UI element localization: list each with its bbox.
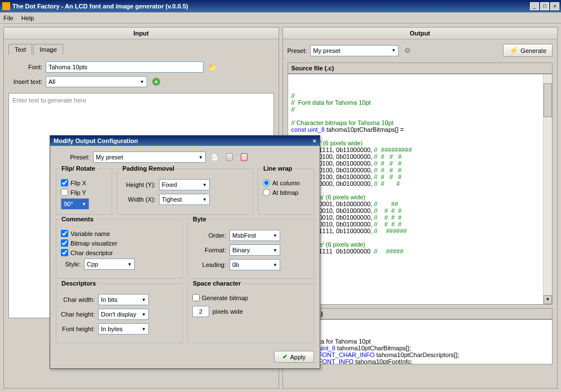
header-file-header: der file (.h) <box>288 308 553 319</box>
preset-select[interactable]: My preset▼ <box>310 45 399 56</box>
comment-style-select[interactable]: Cpp▼ <box>84 259 135 270</box>
flip-y-checkbox[interactable] <box>61 189 68 196</box>
input-header: Input <box>4 28 279 39</box>
scrollbar[interactable]: ▲ ▼ <box>543 74 552 304</box>
modify-output-dialog: Modify Output Configuration × Preset: My… <box>50 135 320 369</box>
char-height-select[interactable]: Don't display▼ <box>98 309 149 320</box>
flip-rotate-legend: Flip/ Rotate <box>60 165 97 172</box>
preset-save-icon[interactable] <box>224 152 235 163</box>
source-file-header: Source file (.c) <box>288 63 553 74</box>
pixels-wide-input[interactable] <box>192 306 209 317</box>
rotate-angle-select[interactable]: 90°▼ <box>61 198 89 210</box>
preset-delete-icon[interactable] <box>238 152 250 163</box>
flip-x-checkbox[interactable] <box>61 179 68 186</box>
linewrap-legend: Line wrap <box>262 165 294 172</box>
byte-format-select[interactable]: Binary▼ <box>229 244 280 256</box>
minimize-button[interactable]: _ <box>530 2 539 10</box>
app-icon <box>2 2 10 10</box>
generate-bitmap-checkbox[interactable] <box>192 294 200 301</box>
byte-legend: Byte <box>191 216 208 222</box>
descriptors-legend: Descriptors <box>60 280 98 287</box>
byte-leading-select[interactable]: 0b▼ <box>229 259 280 270</box>
at-bitmap-radio[interactable] <box>263 189 270 196</box>
menu-bar: File Help <box>0 12 561 24</box>
maximize-button[interactable]: □ <box>540 2 549 10</box>
dialog-preset-label: Preset: <box>56 154 90 161</box>
add-icon[interactable]: + <box>151 76 162 87</box>
variable-name-checkbox[interactable] <box>61 230 68 237</box>
output-header: Output <box>283 28 558 39</box>
source-code-box[interactable]: // // Font data for Tahoma 10pt // // Ch… <box>288 74 553 305</box>
tab-text[interactable]: Text <box>8 44 32 55</box>
bitmap-visualizer-checkbox[interactable] <box>61 239 68 247</box>
bolt-icon: ⚡ <box>509 46 518 55</box>
font-label: Font: <box>8 64 42 70</box>
dialog-preset-select[interactable]: My preset▼ <box>93 152 206 163</box>
comments-legend: Comments <box>60 216 95 222</box>
window-title: The Dot Factory - An LCD font and image … <box>12 3 530 10</box>
char-descriptor-checkbox[interactable] <box>61 249 68 256</box>
close-button[interactable]: × <box>550 2 559 10</box>
at-column-radio[interactable] <box>263 179 270 186</box>
folder-icon[interactable]: 📁 <box>207 61 218 73</box>
byte-order-select[interactable]: MsbFirst▼ <box>229 230 280 241</box>
gear-icon[interactable]: ⚙ <box>402 45 413 56</box>
insert-text-label: Insert text: <box>8 78 42 85</box>
char-width-select[interactable]: In bits▼ <box>98 294 149 305</box>
output-panel: Output Preset: My preset▼ ⚙ ⚡ Generate S… <box>282 27 558 389</box>
tab-image[interactable]: Image <box>33 44 63 55</box>
insert-text-select[interactable]: All▼ <box>46 76 147 87</box>
padding-width-select[interactable]: Tighest▼ <box>159 194 210 205</box>
header-code-box[interactable]: Font data for Tahoma 10pt ern const uint… <box>288 319 553 364</box>
font-height-select[interactable]: In bytes▼ <box>98 323 149 335</box>
generate-button[interactable]: ⚡ Generate <box>503 44 553 57</box>
font-input[interactable] <box>46 61 204 73</box>
title-bar: The Dot Factory - An LCD font and image … <box>0 0 561 12</box>
padding-height-select[interactable]: Fixed▼ <box>159 179 210 190</box>
dialog-close-icon[interactable]: × <box>313 137 316 144</box>
padding-legend: Padding Removal <box>121 165 176 172</box>
apply-button[interactable]: ✔ Apply <box>274 351 314 363</box>
dialog-title: Modify Output Configuration <box>54 137 138 144</box>
check-icon: ✔ <box>282 353 288 360</box>
space-legend: Space character <box>191 280 242 287</box>
preset-label: Preset: <box>288 47 307 54</box>
menu-file[interactable]: File <box>3 15 14 21</box>
preset-new-icon[interactable]: 📄 <box>209 152 220 163</box>
menu-help[interactable]: Help <box>21 15 34 21</box>
